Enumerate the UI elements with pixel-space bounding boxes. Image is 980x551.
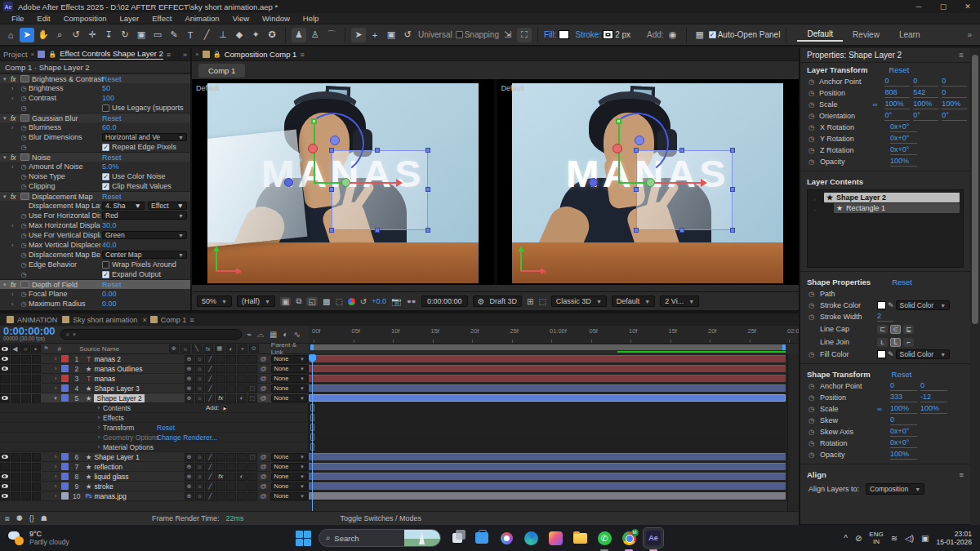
solo-toggle[interactable] [21, 463, 31, 471]
frame-blend-switch[interactable] [226, 394, 236, 402]
video-toggle[interactable] [0, 463, 10, 471]
fx-switch-empty[interactable] [216, 365, 225, 373]
collapse-switch[interactable]: ☼ [195, 375, 205, 383]
quality-switch[interactable]: ╱ [205, 375, 215, 383]
taskbar-app-chrome[interactable]: M [619, 528, 639, 548]
effect-group-depth-of-field[interactable]: ▾fxDepth of FieldReset [0, 279, 190, 289]
viewer-right[interactable]: Default MANASx [497, 79, 800, 285]
3d-layer-switch[interactable]: ⬚ [247, 453, 257, 461]
layer-row-manas[interactable]: ›3Tmanas⊕☼╱@None▼ [0, 374, 799, 384]
stopwatch-icon[interactable]: ◷ [19, 104, 29, 112]
gizmo-x-arrow[interactable] [654, 182, 702, 184]
stopwatch-icon[interactable]: ◷ [19, 134, 29, 141]
expanded-property-row[interactable]: ›Geometry OptionsChange Renderer... [0, 433, 799, 442]
roto-brush-tool[interactable]: ✦ [248, 28, 263, 42]
quality-switch[interactable]: ╱ [205, 463, 215, 471]
layer-duration-bar[interactable] [309, 384, 786, 392]
motion-blur-switch[interactable] [237, 482, 247, 491]
taskbar-app-task-view[interactable] [448, 528, 467, 548]
video-toggle[interactable] [0, 453, 10, 461]
split-view-icon[interactable]: ⊞ [527, 297, 533, 306]
collapse-caret-icon[interactable]: ▾ [3, 282, 11, 288]
gizmo-red-handle[interactable] [612, 144, 622, 153]
butt-cap-button[interactable]: ⊏ [877, 325, 888, 334]
parent-pickwhip-icon[interactable]: @ [258, 492, 270, 500]
expand-arrow-icon[interactable]: › [51, 473, 60, 479]
stopwatch-icon[interactable]: ◷ [19, 163, 29, 171]
expand-caret-icon[interactable]: › [11, 242, 19, 248]
tab-composition[interactable]: Composition Comp 1 [225, 50, 297, 60]
collapse-caret-icon[interactable]: ▾ [3, 76, 11, 82]
expanded-property-row[interactable]: ›ContentsAdd:▶ [0, 403, 799, 413]
motion-blur-switch[interactable] [237, 492, 247, 500]
orbit-camera-tool[interactable]: ↺ [69, 28, 83, 42]
stopwatch-icon[interactable]: ◷ [19, 173, 29, 180]
pixel-aspect-icon[interactable]: ⬚ [335, 297, 342, 306]
parent-dropdown[interactable]: None▼ [271, 482, 308, 491]
layer-row-shape-layer-2[interactable]: ▾5★Shape Layer 2⊕☼╱fx◐⬚@None▼ [0, 393, 799, 403]
menu-animation[interactable]: Animation [178, 14, 225, 23]
parent-dropdown[interactable]: None▼ [271, 463, 308, 471]
video-toggle[interactable] [0, 394, 10, 402]
magnification-dropdown[interactable]: 50%▼ [197, 295, 232, 307]
selection-handle[interactable] [634, 228, 639, 233]
puppet-pin-tool[interactable]: ✪ [265, 28, 279, 42]
effect-group-displacement-map[interactable]: ▾fxDisplacement MapReset [0, 191, 190, 201]
gizmo-anchor-handle[interactable] [284, 178, 293, 187]
3d-layer-switch[interactable]: ⬚ [247, 394, 257, 402]
quality-switch[interactable]: ╱ [205, 453, 215, 461]
menu-view[interactable]: View [226, 14, 256, 23]
video-toggle[interactable] [0, 365, 10, 373]
property-dropdown[interactable]: Red▼ [102, 211, 187, 220]
anchor-switch[interactable]: ⊕ [185, 365, 194, 373]
stopwatch-icon[interactable]: ◷ [808, 416, 820, 424]
fx-switch-empty[interactable] [216, 463, 225, 471]
layer-name[interactable]: manas [94, 375, 184, 383]
anchor-switch[interactable]: ⊕ [185, 384, 194, 393]
fill-color-swatch[interactable] [877, 350, 886, 358]
collapse-caret-icon[interactable]: ▾ [3, 193, 11, 200]
layer-duration-bar[interactable] [309, 375, 786, 382]
quality-switch[interactable]: ╱ [205, 492, 215, 500]
frame-blend-switch[interactable] [226, 355, 236, 363]
fx-switch-empty[interactable] [216, 375, 225, 383]
frame-blend-switch[interactable] [226, 453, 236, 461]
solo-toggle[interactable] [21, 355, 31, 363]
collapse-switch[interactable]: ☼ [195, 355, 205, 363]
layer-duration-bar[interactable] [309, 365, 786, 372]
puppet-icon[interactable]: ☗ [41, 514, 47, 522]
stopwatch-icon[interactable]: ◷ [19, 271, 29, 278]
effect-group-brightness-contrast[interactable]: ▾fxBrightness & ContrastReset [0, 73, 190, 83]
roi-tool[interactable]: ▣ [134, 28, 149, 42]
layer-row-shape-layer-3[interactable]: ›4★Shape Layer 3⊕☼╱⬚@None▼ [0, 384, 799, 393]
timeline-tab-animation[interactable]: ANIMATION [7, 316, 57, 324]
reset-exposure-icon[interactable]: ↺ [360, 297, 367, 306]
property-checkbox[interactable]: ✓ [102, 173, 109, 180]
scrollbar-thumb[interactable] [972, 55, 978, 324]
stroke-swatch[interactable] [603, 30, 613, 39]
motion-blur-icon[interactable]: ◐ [283, 330, 288, 340]
menu-composition[interactable]: Composition [57, 14, 114, 23]
property-value[interactable]: -12 [920, 393, 947, 402]
property-value[interactable]: 542 [913, 88, 938, 98]
views-dropdown[interactable]: 2 Vi...▼ [660, 295, 699, 307]
solo-toggle[interactable] [21, 453, 31, 461]
gizmo-y-axis[interactable] [314, 124, 315, 183]
timeline-tab-sky-short-animation[interactable]: Sky short animation [62, 316, 137, 324]
solo-toggle[interactable] [21, 492, 31, 500]
property-value[interactable]: 0x+0° [890, 438, 917, 448]
stopwatch-icon[interactable]: ◷ [808, 382, 820, 390]
grid-guides-icon[interactable]: ▣ [280, 297, 291, 306]
composition-marker-icon[interactable]: ⧈ [5, 514, 10, 523]
menu-file[interactable]: File [5, 14, 30, 23]
taskbar-app-whatsapp[interactable]: ✆ [595, 528, 614, 548]
expand-arrow-icon[interactable]: › [95, 444, 103, 450]
solo-toggle[interactable] [21, 375, 31, 383]
miter-join-button[interactable]: L [877, 338, 888, 347]
taskbar-weather-widget[interactable]: 9°CPartly cloudy [0, 530, 294, 546]
effect-reset-link[interactable]: Reset [102, 193, 122, 201]
stopwatch-icon[interactable]: ◷ [808, 451, 820, 459]
view-label-right[interactable]: Default [501, 84, 525, 92]
layer-row-manas-jpg[interactable]: ›10Psmanas.jpg⊕☼╱@None▼ [0, 491, 799, 501]
label-color-chip[interactable] [61, 365, 69, 372]
